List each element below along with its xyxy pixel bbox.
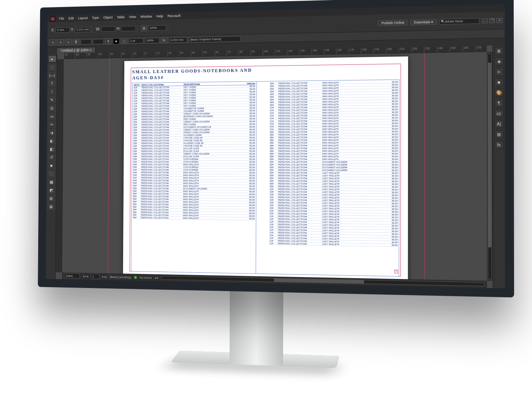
frame-size-field[interactable]: 4.233 mm [169, 37, 187, 43]
tool-10[interactable]: ◐ [47, 137, 56, 144]
tool-11[interactable]: ◧ [47, 145, 56, 153]
tool-17[interactable]: ⊞ [47, 195, 55, 202]
menu-file[interactable]: File [59, 17, 64, 21]
width-field[interactable] [101, 26, 115, 32]
menu-view[interactable]: View [129, 15, 136, 19]
nav-arrows[interactable]: ◂ ▸ [154, 276, 158, 279]
menu-table[interactable]: Table [117, 15, 125, 19]
panel-icon-8[interactable]: ⊞ [494, 130, 503, 139]
menu-help[interactable]: Help [156, 14, 163, 18]
menu-recosoft[interactable]: Recosoft [167, 14, 180, 18]
preflight-ok-icon [134, 276, 136, 279]
page-nav-next[interactable]: ▸ ▸| [102, 275, 106, 278]
monitor-stand-neck [229, 286, 283, 366]
tab-close-icon[interactable]: × [89, 48, 91, 52]
fill-swatch-icon[interactable]: ■ [113, 38, 119, 44]
right-panel-dock: ≣◈≡■🎨¶ccA|⊞fx [492, 45, 505, 288]
height-label: H: [117, 27, 120, 31]
reference-point-icon[interactable]: ⊞ [141, 25, 147, 31]
coord-x-label: X: [51, 28, 55, 32]
panel-icon-2[interactable]: ≡ [494, 68, 503, 76]
window-maximize-button[interactable]: ❐ [489, 18, 495, 23]
vertical-scrollbar[interactable] [487, 52, 493, 281]
table-row: 05#PERSONAL COLLECTION#MAN WALLET#99,99 [133, 217, 255, 220]
panel-icon-7[interactable]: A| [494, 120, 503, 128]
tool-3[interactable]: T [48, 80, 56, 87]
menu-type[interactable]: Type [92, 16, 99, 20]
opacity-field[interactable]: 100% [145, 37, 159, 43]
para-align-center-icon[interactable]: ≡ [57, 39, 64, 45]
window-close-button[interactable]: ✕ [496, 18, 502, 23]
coord-y-field[interactable]: 6.311 mm [75, 27, 90, 32]
scroll-thumb-v[interactable] [488, 63, 491, 247]
document-canvas[interactable]: 7060504030201001020304050607080901001101… [55, 45, 493, 288]
para-align-right-icon[interactable]: ≡ [65, 39, 71, 45]
tool-16[interactable]: ◩ [47, 187, 55, 194]
indent-right-field[interactable] [93, 39, 104, 44]
tools-panel: ▸⬚|—|T/✎⊡▭✂⬗◐◧↺■⬛▦◩⊞⊠ [46, 53, 57, 279]
indent-field[interactable] [81, 39, 92, 44]
tool-14[interactable]: ⬛ [47, 170, 55, 178]
document-tab-label: *Untitled-2 @ 105% [60, 48, 88, 52]
stroke-swatch-icon[interactable]: ▢ [121, 38, 127, 44]
publish-online-button[interactable]: Publish Online [378, 20, 408, 26]
tool-18[interactable]: ⊠ [46, 203, 55, 210]
monitor-frame: Id FileEditLayoutTypeObjectTableViewWind… [38, 0, 514, 297]
pilcrow-icon[interactable]: ¶ [105, 38, 111, 44]
document-page[interactable]: SMALL LEATHER GOODS-NOTEBOOKS AND AGEN-D… [123, 57, 408, 281]
tool-6[interactable]: ⊡ [48, 104, 56, 112]
menu-edit[interactable]: Edit [68, 16, 74, 20]
app-badge-icon: Id [49, 16, 55, 21]
panel-icon-6[interactable]: cc [494, 109, 503, 117]
panel-icon-1[interactable]: ◈ [494, 57, 503, 66]
coord-y-label: Y: [71, 28, 74, 32]
text-frame[interactable]: ART.# MAT.# COLLECTION# DESCRIPTION# PRI… [131, 80, 399, 277]
menu-object[interactable]: Object [103, 16, 113, 20]
zoom-field[interactable]: 105% [148, 25, 166, 31]
tool-4[interactable]: / [48, 88, 56, 95]
app-window: Id FileEditLayoutTypeObjectTableViewWind… [46, 4, 505, 288]
width-label: W: [95, 27, 100, 31]
tool-13[interactable]: ■ [47, 162, 55, 169]
page-nav-arrows[interactable]: 14 ◂ [83, 274, 88, 278]
search-field[interactable]: 🔍 Adobe Stock [439, 18, 479, 25]
tool-12[interactable]: ↺ [47, 153, 55, 161]
preflight-status[interactable]: No errors [139, 275, 151, 279]
page-title: SMALL LEATHER GOODS-NOTEBOOKS AND AGEN-D… [132, 68, 254, 81]
stroke-weight-field[interactable]: 1 pt [129, 38, 143, 43]
object-style-dropdown[interactable]: [Basic Graphics Frame] [189, 36, 241, 42]
menu-layout[interactable]: Layout [78, 16, 88, 20]
pasteboard[interactable]: SMALL LEATHER GOODS-NOTEBOOKS AND AGEN-D… [62, 52, 487, 281]
page-number-field[interactable]: 1 [91, 274, 99, 279]
panel-icon-0[interactable]: ≣ [494, 47, 503, 55]
tool-2[interactable]: |—| [48, 71, 56, 79]
panel-icon-9[interactable]: fx [494, 141, 503, 149]
window-minimize-button[interactable]: — [482, 18, 488, 23]
overset-text-icon[interactable] [394, 270, 398, 273]
tool-7[interactable]: ▭ [47, 112, 56, 120]
coord-x-field[interactable]: 0 mm [55, 27, 69, 32]
tool-5[interactable]: ✎ [48, 96, 56, 103]
tool-0[interactable]: ▸ [48, 55, 57, 62]
tool-9[interactable]: ⬗ [47, 129, 56, 136]
panel-icon-3[interactable]: ■ [494, 78, 503, 86]
para-justify-icon[interactable]: ≣ [73, 39, 80, 45]
preflight-profile[interactable]: [Basic] (working) [110, 275, 131, 279]
tool-1[interactable]: ⬚ [48, 63, 56, 71]
scroll-thumb-h[interactable] [274, 279, 364, 284]
tool-8[interactable]: ✂ [47, 121, 56, 128]
height-field[interactable] [121, 26, 136, 31]
para-align-left-icon[interactable]: ≡ [49, 39, 56, 46]
panel-icon-4[interactable]: 🎨 [494, 89, 503, 97]
menu-window[interactable]: Window [140, 14, 152, 18]
tool-15[interactable]: ▦ [47, 178, 55, 186]
zoom-level-field[interactable]: 105% [64, 273, 80, 279]
fx-icon[interactable]: fx [161, 37, 167, 43]
panel-icon-5[interactable]: ¶ [494, 99, 503, 107]
workspace-switcher[interactable]: Essentials ▾ [410, 19, 437, 25]
